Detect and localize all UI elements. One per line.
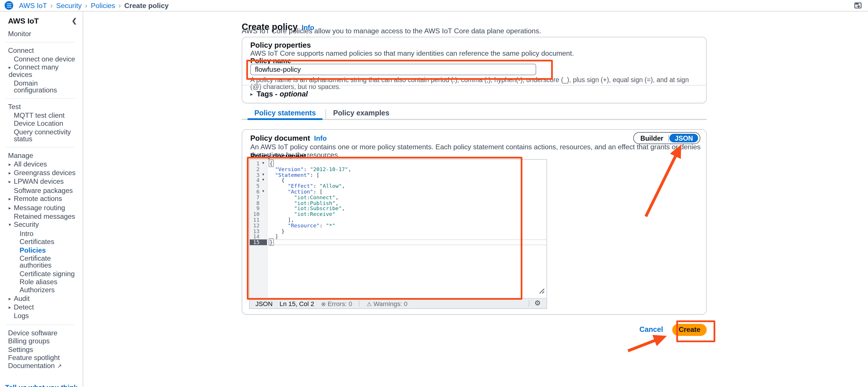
toggle-option-builder[interactable]: Builder (635, 135, 669, 142)
tags-expandable-section[interactable]: ▸ Tags - optional (242, 85, 706, 103)
feedback-link[interactable]: Tell us what you think (0, 383, 83, 387)
sidebar-item-message-routing[interactable]: ▸Message routing (0, 204, 83, 212)
toggle-option-json[interactable]: JSON (670, 134, 698, 143)
toggle-divider (669, 135, 669, 142)
sidebar-item-label: Test (8, 103, 21, 111)
policy-properties-card: Policy properties AWS IoT Core supports … (242, 37, 707, 103)
sidebar-item-authorizers[interactable]: Authorizers (0, 286, 83, 294)
sidebar-item-intro[interactable]: Intro (0, 229, 83, 238)
sidebar-item-remote-actions[interactable]: ▸Remote actions (0, 195, 83, 204)
sidebar-item-feature-spotlight[interactable]: Feature spotlight (0, 354, 83, 362)
sidebar-item-greengrass-devices[interactable]: ▸Greengrass devices (0, 169, 83, 178)
editor-line-15[interactable]: 15} (250, 239, 547, 245)
fold-arrow-icon[interactable]: ▾ (259, 161, 267, 167)
error-circle-icon: ⊗ (321, 301, 326, 307)
sidebar-item-documentation[interactable]: Documentation↗ (0, 362, 83, 371)
editor-line-12[interactable]: 12 "Resource": "*" (250, 223, 547, 229)
tab-label: Policy statements (247, 109, 322, 117)
sidebar-item-software-packages[interactable]: Software packages (0, 186, 83, 195)
sidebar-divider (6, 324, 74, 325)
breadcrumb-separator-icon: › (51, 1, 53, 9)
editor-line-13[interactable]: 13 } (250, 228, 547, 234)
chevron-right-icon[interactable]: ▸ (9, 304, 14, 311)
sidebar-item-certificate-signing[interactable]: Certificate signing (0, 270, 83, 278)
sidebar-item-label: Connect (8, 47, 34, 55)
status-cursor-position: Ln 15, Col 2 (280, 300, 314, 307)
fold-spacer (259, 195, 267, 200)
editor-line-10[interactable]: 10 "iot:Receive" (250, 211, 547, 217)
sidebar-title: AWS IoT (8, 17, 39, 25)
chevron-right-icon[interactable]: ▸ (9, 161, 14, 168)
sidebar-item-audit[interactable]: ▸Audit (0, 294, 83, 303)
chevron-right-icon[interactable]: ▸ (9, 205, 14, 212)
sidebar-item-label: Connect many devices (9, 63, 59, 79)
sidebar-item-label: Greengrass devices (14, 169, 75, 177)
line-number: 10 (250, 211, 259, 217)
side-panel-toggle-icon[interactable] (854, 2, 862, 9)
sidebar-item-logs[interactable]: Logs (0, 312, 83, 320)
sidebar-item-device-location[interactable]: Device Location (0, 119, 83, 128)
sidebar-item-label: Role aliases (20, 278, 57, 286)
collapse-sidebar-icon[interactable]: ❮ (72, 17, 77, 25)
line-number: 1 (250, 161, 259, 167)
sidebar-item-all-devices[interactable]: ▸All devices (0, 160, 83, 169)
editor-line-14[interactable]: 14 ] (250, 234, 547, 240)
resize-handle-icon[interactable] (538, 286, 545, 296)
sidebar-item-mqtt-test-client[interactable]: MQTT test client (0, 111, 83, 120)
sidebar-item-connect-many-devices[interactable]: ▸Connect many devices (0, 63, 83, 79)
aws-iot-create-policy-page: AWS IoT›Security›Policies›Create policy … (0, 0, 868, 387)
sidebar-item-query-connectivity-status[interactable]: Query connectivity status (0, 128, 83, 143)
code-text: "Resource": "*" (267, 223, 335, 229)
builder-json-toggle: BuilderJSON (633, 132, 701, 144)
sidebar-item-label: Logs (14, 312, 29, 320)
fold-arrow-icon[interactable]: ▾ (259, 178, 267, 183)
fold-arrow-icon[interactable]: ▾ (259, 172, 267, 178)
sidebar-item-label: MQTT test client (14, 111, 65, 119)
breadcrumb-security[interactable]: Security (56, 1, 82, 9)
breadcrumb-policies[interactable]: Policies (91, 1, 115, 9)
sidebar-item-domain-configurations[interactable]: Domain configurations (0, 79, 83, 94)
sidebar-item-lpwan-devices[interactable]: ▸LPWAN devices (0, 178, 83, 187)
sidebar-item-security[interactable]: ▾Security (0, 221, 83, 230)
status-errors: ⊗Errors: 0 (321, 300, 352, 307)
sidebar-item-role-aliases[interactable]: Role aliases (0, 278, 83, 286)
fold-arrow-icon[interactable]: ▾ (259, 189, 267, 195)
policy-name-input[interactable] (250, 64, 536, 75)
sidebar-item-label: Certificate authorities (20, 255, 52, 269)
chevron-right-icon[interactable]: ▸ (9, 295, 14, 302)
sidebar-item-connect-one-device[interactable]: Connect one device (0, 55, 83, 63)
chevron-right-icon[interactable]: ▸ (9, 196, 14, 203)
tab-policy-statements[interactable]: Policy statements (247, 109, 322, 120)
status-divider (359, 300, 360, 307)
editor-body[interactable]: 1▾{2 "Version": "2012-10-17",3▾ "Stateme… (250, 160, 547, 299)
sidebar-item-detect[interactable]: ▸Detect (0, 303, 83, 312)
sidebar-item-retained-messages[interactable]: Retained messages (0, 212, 83, 221)
sidebar-item-certificate-authorities[interactable]: Certificate authorities (0, 255, 83, 270)
policy-document-info-link[interactable]: Info (314, 135, 327, 142)
breadcrumb-aws-iot[interactable]: AWS IoT (19, 1, 47, 9)
json-code-editor[interactable]: 1▾{2 "Version": "2012-10-17",3▾ "Stateme… (249, 159, 547, 309)
sidebar-item-billing-groups[interactable]: Billing groups (0, 337, 83, 346)
tab-policy-examples[interactable]: Policy examples (326, 109, 396, 120)
sidebar-item-device-software[interactable]: Device software (0, 329, 83, 337)
hamburger-menu-icon[interactable] (5, 1, 13, 10)
editor-status-bar: JSON Ln 15, Col 2 ⊗Errors: 0 ⚠Warnings: … (250, 298, 547, 308)
chevron-down-icon[interactable]: ▾ (9, 222, 14, 229)
sidebar-item-certificates[interactable]: Certificates (0, 238, 83, 246)
cancel-link[interactable]: Cancel (640, 326, 663, 334)
editor-settings-gear-icon[interactable]: ⚙ (534, 300, 541, 307)
chevron-right-icon[interactable]: ▸ (9, 170, 14, 177)
policy-document-title: Policy documentInfo (250, 134, 327, 142)
chevron-right-icon[interactable]: ▸ (9, 179, 14, 186)
sidebar-item-label: Monitor (8, 30, 31, 38)
sidebar-item-label: Documentation (8, 362, 55, 370)
sidebar-divider (6, 42, 74, 43)
chevron-right-icon[interactable]: ▸ (9, 65, 14, 71)
sidebar-item-monitor[interactable]: Monitor (0, 30, 83, 38)
sidebar-item-policies[interactable]: Policies (0, 246, 83, 255)
create-button[interactable]: Create (672, 324, 707, 336)
sidebar: AWS IoT ❮ MonitorConnectConnect one devi… (0, 11, 83, 387)
editor-line-3[interactable]: 3▾ "Statement": [ (250, 172, 547, 178)
breadcrumb: AWS IoT›Security›Policies›Create policy (19, 1, 169, 9)
sidebar-item-settings[interactable]: Settings (0, 346, 83, 354)
